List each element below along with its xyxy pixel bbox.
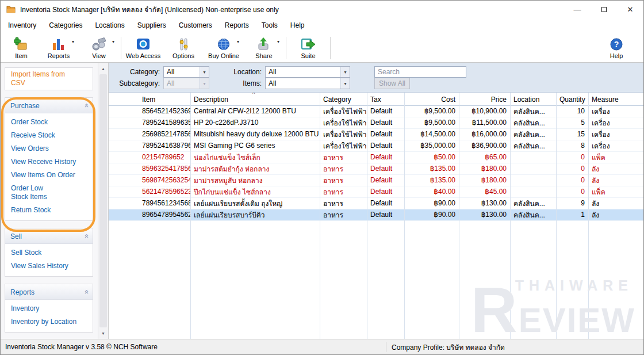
- scroll-down-icon[interactable]: [98, 329, 108, 338]
- search-input[interactable]: [374, 66, 466, 78]
- dropdown-arrow-icon[interactable]: [237, 39, 239, 44]
- options-button[interactable]: Options: [163, 34, 204, 62]
- thaiware-review-watermark: THAIWARE REVIEW: [471, 277, 635, 337]
- collapse-chevron-icon[interactable]: [84, 232, 88, 241]
- cell-item: 8596325417856: [109, 163, 190, 174]
- sidebar-link[interactable]: Return Stock: [5, 204, 93, 217]
- menu-item[interactable]: Customers: [172, 19, 218, 32]
- table-row[interactable]: 7894561234568 เลย์แผ่นเรียบรสดั้งเดิม ถุ…: [109, 197, 643, 209]
- menu-item[interactable]: Tools: [255, 19, 284, 32]
- column-header-location[interactable]: Location: [510, 93, 556, 105]
- cell-item: 7894561234568: [109, 197, 190, 209]
- cell-price: ฿16,000.00: [459, 128, 510, 140]
- location-select[interactable]: All: [265, 66, 350, 78]
- cell-quantity: 0: [556, 151, 588, 163]
- sidebar-link[interactable]: Order Low Stock Items: [5, 182, 65, 204]
- table-body: 8564521452369 Central Air CFW-2I12 12000…: [109, 105, 643, 220]
- menu-item[interactable]: Categories: [43, 19, 89, 32]
- scroll-up-icon[interactable]: [98, 64, 108, 73]
- column-header-tax[interactable]: Tax: [367, 93, 404, 105]
- web-access-button[interactable]: Web Access: [123, 34, 163, 62]
- menu-item[interactable]: Help: [284, 19, 311, 32]
- cell-location: [510, 174, 556, 186]
- reports-button[interactable]: Reports: [39, 34, 79, 62]
- window-title: Inventoria Stock Manager [บริษัท ทดลอง จ…: [20, 4, 279, 15]
- sidebar-link[interactable]: Sell Stock: [5, 246, 93, 259]
- inventory-table: Item Description Category Tax Cost Price…: [109, 93, 643, 221]
- maximize-button[interactable]: [591, 1, 617, 18]
- close-button[interactable]: ✕: [617, 1, 643, 18]
- table-row[interactable]: 7895241589635 HP 20-c226dP.J3710 เครื่อง…: [109, 117, 643, 128]
- sidebar-link[interactable]: View Orders: [5, 142, 93, 155]
- table-row[interactable]: 8564521452369 Central Air CFW-2I12 12000…: [109, 105, 643, 117]
- subcategory-select[interactable]: All: [163, 78, 209, 89]
- sidebar-link-import-csv[interactable]: Import Items from CSV: [5, 68, 73, 90]
- sidebar-link[interactable]: Inventory: [5, 302, 93, 315]
- sidebar-link[interactable]: View Receive History: [5, 155, 93, 169]
- column-header-quantity[interactable]: Quantity: [556, 93, 588, 105]
- new-item-button[interactable]: Item: [4, 34, 39, 62]
- sidebar-scrollbar[interactable]: [98, 63, 108, 339]
- sidebar-section-header-purchase[interactable]: Purchase: [5, 98, 93, 113]
- buy-online-button[interactable]: Buy Online: [204, 34, 244, 62]
- menu-item[interactable]: Reports: [218, 19, 255, 32]
- sidebar-link[interactable]: Inventory by Location: [5, 315, 93, 329]
- sidebar-reports-items: InventoryInventory by Location: [5, 300, 93, 332]
- cell-description: Mitsubishi heavy duty deluxe 12000 BTU: [190, 128, 320, 140]
- column-header-cost[interactable]: Cost: [404, 93, 459, 105]
- column-header-measure[interactable]: Measure: [588, 93, 643, 105]
- toolbar-separator: [121, 37, 121, 59]
- sidebar-section-header-sell[interactable]: Sell: [5, 228, 93, 244]
- table-row[interactable]: 8965478954562 เลย์แผ่นเรียบรสบาร์บีคิว อ…: [109, 209, 643, 220]
- suite-button[interactable]: Suite: [288, 34, 328, 62]
- menu-item[interactable]: Locations: [89, 19, 131, 32]
- title-bar: Inventoria Stock Manager [บริษัท ทดลอง จ…: [1, 1, 643, 18]
- cell-cost: ฿35,000.00: [404, 140, 459, 151]
- sidebar-section-sell: Sell Sell StockView Sales History: [5, 228, 93, 277]
- table-row[interactable]: 02154789652 น่องไก่แช่แข็ง ไซส์เล็ก อาหา…: [109, 151, 643, 163]
- column-header-description[interactable]: Description: [190, 93, 320, 105]
- sidebar-link[interactable]: Receive Stock: [5, 129, 93, 142]
- share-button[interactable]: Share: [244, 34, 284, 62]
- sidebar-link[interactable]: Order Stock: [5, 116, 93, 129]
- cell-price: ฿130.00: [459, 209, 510, 220]
- collapse-chevron-icon[interactable]: [84, 101, 88, 110]
- toolbar-label: Buy Online: [208, 53, 239, 59]
- cell-cost: ฿90.00: [404, 197, 459, 209]
- table-row[interactable]: 5698742563254 มาม่ารสหมูสับ ห่อกลาง อาหา…: [109, 174, 643, 186]
- table-row[interactable]: 8596325417856 มาม่ารสต้มยำกุ้ง ห่อกลาง อ…: [109, 163, 643, 174]
- dropdown-arrow-icon[interactable]: [72, 39, 74, 44]
- cell-price: ฿36,900.00: [459, 140, 510, 151]
- table-row[interactable]: 7895241638796 MSI Gaming PC G6 series เค…: [109, 140, 643, 151]
- sort-ascending-icon: [252, 93, 255, 97]
- sidebar-section-header-reports[interactable]: Reports: [5, 284, 93, 300]
- column-header-price[interactable]: Price: [459, 93, 510, 105]
- help-button[interactable]: ? Help: [596, 34, 637, 62]
- cell-cost: ฿90.00: [404, 209, 459, 220]
- items-select[interactable]: All: [265, 78, 350, 89]
- sidebar-link[interactable]: View Items On Order: [5, 169, 93, 182]
- column-header-item[interactable]: Item: [109, 93, 190, 105]
- collapse-chevron-icon[interactable]: [84, 288, 88, 296]
- category-select[interactable]: All: [163, 66, 209, 78]
- table-row[interactable]: 2569852147856 Mitsubishi heavy duty delu…: [109, 128, 643, 140]
- menu-item[interactable]: Suppliers: [131, 19, 172, 32]
- menu-item[interactable]: Inventory: [2, 19, 43, 32]
- toolbar-label: Reports: [48, 53, 70, 59]
- cell-price: ฿11,500.00: [459, 117, 510, 128]
- dropdown-arrow-icon[interactable]: [277, 39, 279, 44]
- sidebar-link[interactable]: View Sales History: [5, 259, 93, 273]
- cell-location: [510, 186, 556, 197]
- cell-item: 02154789652: [109, 151, 190, 163]
- dropdown-arrow-icon[interactable]: [112, 39, 114, 44]
- column-header-category[interactable]: Category: [320, 93, 367, 105]
- cell-location: [510, 151, 556, 163]
- scrollbar-thumb[interactable]: [99, 74, 107, 327]
- table-row[interactable]: 5621478596523 ปีกไก่บนแช่แข็ง ไซส์กลาง อ…: [109, 186, 643, 197]
- view-button[interactable]: View: [79, 34, 119, 62]
- cell-cost: ฿50.00: [404, 151, 459, 163]
- show-all-button[interactable]: Show All: [374, 78, 410, 89]
- cell-description: มาม่ารสต้มยำกุ้ง ห่อกลาง: [190, 163, 320, 174]
- sidebar-import-box: Import Items from CSV: [5, 67, 93, 90]
- minimize-button[interactable]: —: [564, 1, 591, 18]
